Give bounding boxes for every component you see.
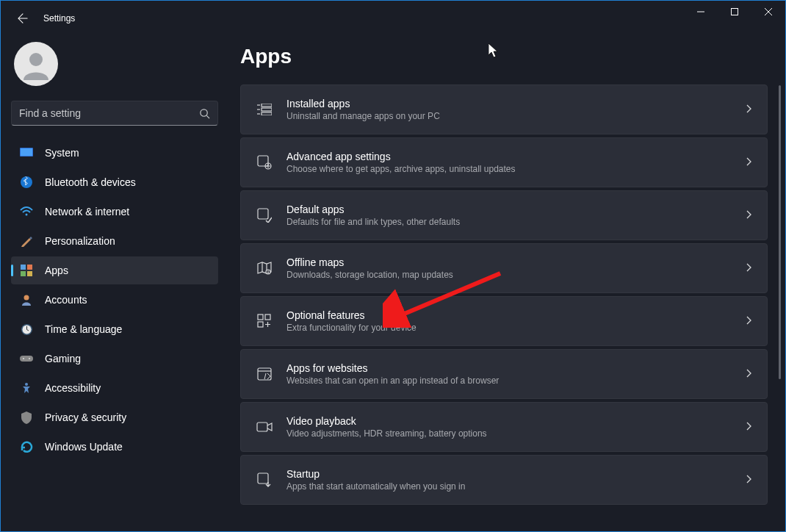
card-title: Video playback <box>286 414 746 428</box>
card-offline-maps[interactable]: Offline maps Downloads, storage location… <box>240 243 768 293</box>
nav-item-update[interactable]: Windows Update <box>11 433 218 461</box>
installed-apps-icon <box>256 104 273 115</box>
nav-label: Apps <box>45 265 68 276</box>
chevron-right-icon <box>746 473 752 486</box>
card-title: Apps for websites <box>286 362 746 375</box>
svg-point-13 <box>24 295 29 301</box>
svg-rect-33 <box>265 314 270 320</box>
advanced-apps-icon <box>256 155 273 170</box>
chevron-right-icon <box>746 367 752 381</box>
page-title: Apps <box>240 45 768 68</box>
maximize-button[interactable] <box>718 1 751 23</box>
search-box[interactable] <box>11 101 218 126</box>
scrollbar[interactable] <box>779 85 781 379</box>
svg-rect-34 <box>258 322 263 327</box>
shield-icon <box>20 411 33 424</box>
update-icon <box>20 440 33 453</box>
window-controls <box>684 1 785 23</box>
nav-label: Accounts <box>45 294 87 306</box>
svg-rect-32 <box>258 314 263 320</box>
svg-rect-16 <box>20 356 33 362</box>
svg-line-4 <box>206 115 209 118</box>
card-subtitle: Downloads, storage location, map updates <box>286 269 746 281</box>
card-apps-for-websites[interactable]: Apps for websites Websites that can open… <box>240 349 768 399</box>
nav-item-network[interactable]: Network & internet <box>11 198 218 226</box>
card-subtitle: Websites that can open in an app instead… <box>286 375 746 387</box>
clock-icon <box>20 323 33 336</box>
close-icon <box>765 8 772 15</box>
svg-rect-28 <box>258 209 268 219</box>
card-startup[interactable]: Startup Apps that start automatically wh… <box>240 455 768 505</box>
card-advanced-app-settings[interactable]: Advanced app settings Choose where to ge… <box>240 137 768 187</box>
svg-point-17 <box>23 358 24 359</box>
close-button[interactable] <box>751 1 785 23</box>
chevron-right-icon <box>746 103 752 116</box>
card-title: Default apps <box>286 203 746 216</box>
minimize-button[interactable] <box>684 1 718 23</box>
nav-label: Gaming <box>45 353 81 364</box>
apps-icon <box>20 264 33 277</box>
chevron-right-icon <box>746 314 752 328</box>
svg-rect-10 <box>27 265 32 270</box>
nav-item-accounts[interactable]: Accounts <box>11 286 218 314</box>
nav-item-system[interactable]: System <box>11 139 218 167</box>
svg-rect-37 <box>257 423 267 431</box>
nav-list: System Bluetooth & devices Network & int… <box>11 139 218 461</box>
svg-rect-38 <box>258 473 268 484</box>
nav-label: Network & internet <box>45 206 129 218</box>
nav-item-gaming[interactable]: Gaming <box>11 345 218 373</box>
gaming-icon <box>20 352 33 365</box>
title-bar: Settings <box>1 1 785 36</box>
card-title: Installed apps <box>286 97 746 110</box>
window-title: Settings <box>43 13 75 24</box>
card-optional-features[interactable]: Optional features Extra functionality fo… <box>240 296 768 346</box>
brush-icon <box>20 234 33 248</box>
svg-point-3 <box>201 109 207 115</box>
nav-item-personalization[interactable]: Personalization <box>11 227 218 255</box>
optional-features-icon <box>256 314 273 328</box>
avatar-icon <box>20 48 52 80</box>
svg-point-18 <box>29 358 30 359</box>
card-subtitle: Defaults for file and link types, other … <box>286 216 746 229</box>
chevron-right-icon <box>746 262 752 275</box>
svg-point-2 <box>29 53 43 66</box>
chevron-right-icon <box>746 420 752 434</box>
svg-point-19 <box>25 383 28 386</box>
card-default-apps[interactable]: Default apps Defaults for file and link … <box>240 190 768 240</box>
card-title: Advanced app settings <box>286 150 746 163</box>
svg-point-8 <box>26 214 28 216</box>
nav-label: System <box>45 147 79 159</box>
search-input[interactable] <box>19 107 199 119</box>
svg-rect-12 <box>27 271 32 276</box>
nav-item-privacy[interactable]: Privacy & security <box>11 403 218 431</box>
svg-rect-23 <box>262 108 272 111</box>
nav-item-time[interactable]: Time & language <box>11 315 218 343</box>
svg-point-7 <box>21 176 32 188</box>
svg-rect-9 <box>21 265 26 270</box>
card-title: Optional features <box>286 309 746 322</box>
accessibility-icon <box>20 381 33 395</box>
wifi-icon <box>20 205 33 218</box>
nav-label: Privacy & security <box>45 411 126 423</box>
main-content: Apps Installed apps Uninstall and manage… <box>228 36 785 531</box>
nav-label: Personalization <box>45 235 115 247</box>
svg-rect-6 <box>21 148 32 156</box>
search-icon <box>199 108 210 119</box>
card-installed-apps[interactable]: Installed apps Uninstall and manage apps… <box>240 85 768 134</box>
card-subtitle: Uninstall and manage apps on your PC <box>286 110 746 123</box>
nav-item-bluetooth[interactable]: Bluetooth & devices <box>11 168 218 196</box>
card-subtitle: Extra functionality for your device <box>286 322 746 334</box>
back-button[interactable] <box>11 7 35 30</box>
apps-websites-icon <box>256 367 273 381</box>
nav-item-accessibility[interactable]: Accessibility <box>11 374 218 402</box>
nav-item-apps[interactable]: Apps <box>11 256 218 284</box>
avatar[interactable] <box>14 42 58 86</box>
svg-rect-25 <box>262 112 272 115</box>
card-title: Offline maps <box>286 256 746 269</box>
card-subtitle: Choose where to get apps, archive apps, … <box>286 163 746 176</box>
maps-icon <box>256 262 273 275</box>
back-arrow-icon <box>18 13 28 24</box>
bluetooth-icon <box>20 176 33 189</box>
card-subtitle: Video adjustments, HDR streaming, batter… <box>286 428 746 440</box>
card-video-playback[interactable]: Video playback Video adjustments, HDR st… <box>240 402 768 452</box>
